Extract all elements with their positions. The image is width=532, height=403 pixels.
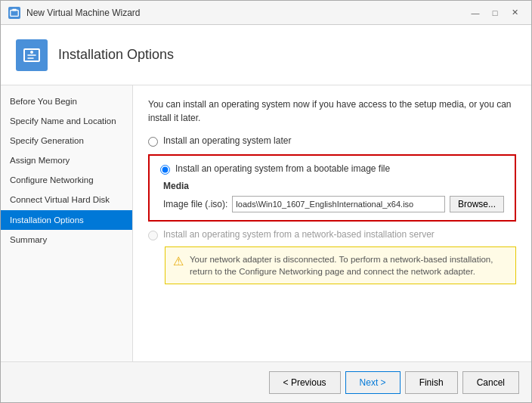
- wizard-header-title: Installation Options: [58, 47, 174, 63]
- option-bootable-label: Install an operating system from a boota…: [175, 163, 390, 174]
- media-label: Media: [163, 181, 504, 191]
- sidebar-item[interactable]: Specify Generation: [1, 131, 132, 150]
- wizard-window: New Virtual Machine Wizard — □ ✕ Install…: [0, 0, 532, 403]
- window-icon: [8, 7, 20, 19]
- sidebar-item[interactable]: Assign Memory: [1, 150, 132, 170]
- finish-button[interactable]: Finish: [405, 371, 458, 394]
- sidebar-item[interactable]: Summary: [1, 230, 132, 250]
- content-description: You can install an operating system now …: [148, 98, 516, 125]
- image-file-label: Image file (.iso):: [163, 199, 227, 209]
- radio-install-network[interactable]: [148, 231, 158, 240]
- sidebar-item[interactable]: Before You Begin: [1, 91, 132, 111]
- option-network-install: Install an operating system from a netwo…: [148, 229, 516, 240]
- wizard-body: Before You BeginSpecify Name and Locatio…: [1, 85, 531, 361]
- media-section: Media Image file (.iso): Browse...: [163, 181, 504, 212]
- header-icon: [16, 39, 48, 71]
- sidebar-item[interactable]: Installation Options: [1, 210, 132, 230]
- sidebar-item[interactable]: Configure Networking: [1, 170, 132, 190]
- option-install-later[interactable]: Install an operating system later: [148, 135, 516, 147]
- title-bar: New Virtual Machine Wizard — □ ✕: [1, 1, 531, 25]
- maximize-button[interactable]: □: [486, 5, 504, 20]
- minimize-button[interactable]: —: [466, 5, 484, 20]
- title-bar-controls: — □ ✕: [466, 5, 524, 20]
- svg-rect-0: [11, 10, 19, 16]
- option-network-label: Install an operating system from a netwo…: [163, 229, 435, 240]
- radio-install-later[interactable]: [148, 137, 158, 147]
- sidebar-item[interactable]: Connect Virtual Hard Disk: [1, 190, 132, 209]
- option-bootable[interactable]: Install an operating system from a boota…: [160, 163, 504, 175]
- previous-button[interactable]: < Previous: [269, 371, 341, 394]
- content-area: You can install an operating system now …: [133, 85, 531, 361]
- image-file-input[interactable]: [232, 196, 445, 212]
- close-button[interactable]: ✕: [506, 5, 524, 20]
- image-file-row: Image file (.iso): Browse...: [163, 196, 504, 212]
- sidebar: Before You BeginSpecify Name and Locatio…: [1, 85, 133, 361]
- sidebar-item[interactable]: Specify Name and Location: [1, 111, 132, 131]
- next-button[interactable]: Next >: [345, 371, 401, 394]
- title-bar-left: New Virtual Machine Wizard: [8, 7, 141, 19]
- warning-text: Your network adapter is disconnected. To…: [190, 253, 508, 277]
- bootable-image-box: Install an operating system from a boota…: [148, 154, 516, 222]
- window-title: New Virtual Machine Wizard: [26, 8, 141, 18]
- cancel-button[interactable]: Cancel: [462, 371, 519, 394]
- svg-point-3: [30, 51, 33, 54]
- warning-box: ⚠ Your network adapter is disconnected. …: [165, 246, 516, 284]
- radio-install-bootable[interactable]: [160, 165, 170, 175]
- option-later-label: Install an operating system later: [163, 135, 291, 146]
- warning-icon: ⚠: [173, 254, 184, 268]
- wizard-header: Installation Options: [1, 25, 531, 85]
- svg-rect-1: [12, 8, 16, 11]
- browse-button[interactable]: Browse...: [450, 196, 504, 212]
- wizard-footer: < Previous Next > Finish Cancel: [1, 361, 531, 402]
